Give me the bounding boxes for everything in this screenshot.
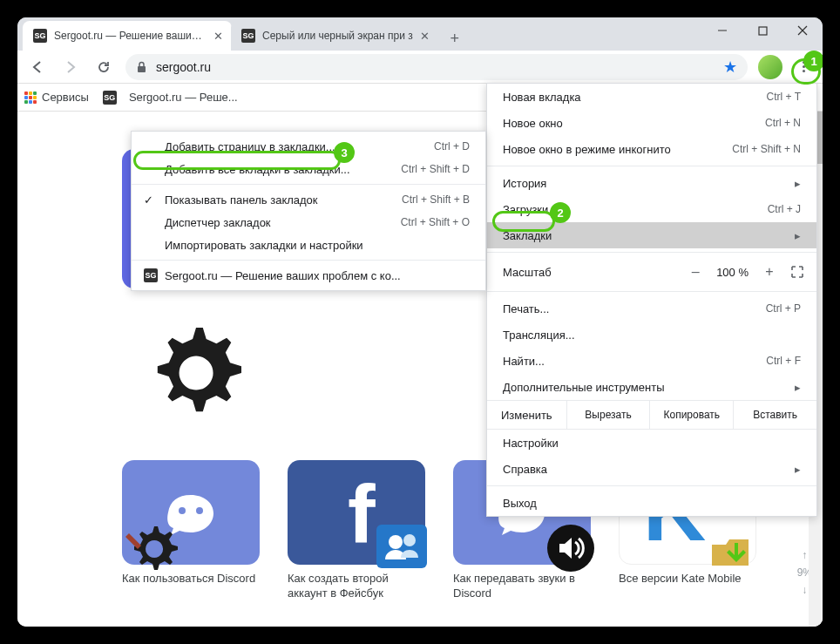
bookmarks-submenu: Добавить страницу в закладки...Ctrl + D … — [131, 131, 486, 291]
submenu-import[interactable]: Импортировать закладки и настройки — [132, 234, 485, 256]
titlebar: SG Sergoot.ru — Решение ваших пр ✕ SG Се… — [17, 17, 823, 51]
edit-label: Изменить — [487, 401, 566, 429]
svg-rect-4 — [138, 66, 146, 72]
tab-active[interactable]: SG Sergoot.ru — Решение ваших пр ✕ — [23, 21, 232, 51]
svg-rect-8 — [376, 525, 427, 568]
tabs-row: SG Sergoot.ru — Решение ваших пр ✕ SG Се… — [17, 17, 467, 51]
maximize-button[interactable] — [742, 17, 782, 44]
menu-item-zoom: Масштаб – 100 % + — [487, 256, 816, 288]
fullscreen-icon[interactable] — [790, 265, 804, 279]
svg-point-5 — [179, 507, 186, 514]
annotation-badge-3: 3 — [334, 142, 355, 163]
svg-point-10 — [403, 534, 416, 546]
favicon: SG — [103, 91, 117, 105]
menu-item-print[interactable]: Печать...Ctrl + P — [487, 295, 816, 322]
gear-icon — [139, 316, 253, 430]
check-icon: ✓ — [144, 193, 153, 207]
menu-edit-row: Изменить Вырезать Копировать Вставить — [487, 400, 816, 430]
svg-text:f: f — [348, 469, 376, 556]
chevron-right-icon: ▸ — [795, 229, 801, 242]
arrow-down-icon[interactable]: ↓ — [802, 584, 807, 596]
apps-icon — [24, 92, 37, 104]
menu-item-settings[interactable]: Настройки — [487, 430, 816, 456]
menu-item-exit[interactable]: Выход — [487, 490, 816, 516]
lock-icon — [136, 61, 147, 73]
tile-label: Все версии Kate Mobile — [619, 572, 756, 586]
apps-shortcut[interactable]: Сервисы — [24, 91, 89, 104]
bookmark-star-icon[interactable]: ★ — [723, 58, 737, 77]
copy-button[interactable]: Копировать — [649, 401, 733, 429]
annotation-badge-2: 2 — [550, 202, 571, 223]
menu-item-find[interactable]: Найти...Ctrl + F — [487, 348, 816, 374]
tile-label: Как пользоваться Discord — [122, 572, 260, 586]
favicon: SG — [144, 268, 158, 282]
close-icon[interactable]: ✕ — [213, 30, 223, 43]
new-tab-button[interactable]: + — [443, 26, 467, 51]
reload-button[interactable] — [89, 54, 119, 80]
submenu-add-all-tabs[interactable]: Добавить все вкладки в закладки...Ctrl +… — [132, 158, 485, 180]
gear-overlay-icon — [124, 519, 185, 572]
zoom-label: Масштаб — [503, 266, 552, 279]
close-button[interactable] — [782, 17, 823, 44]
cut-button[interactable]: Вырезать — [566, 401, 650, 429]
bookmark-label: Sergoot.ru — Реше... — [129, 91, 238, 104]
download-overlay-icon — [708, 531, 752, 571]
url-text: sergoot.ru — [156, 60, 211, 74]
chevron-right-icon: ▸ — [795, 381, 801, 394]
menu-item-new-tab[interactable]: Новая вкладкаCtrl + T — [487, 84, 816, 110]
menu-item-help[interactable]: Справка▸ — [487, 456, 816, 482]
tile-label: Как передавать звуки в Discord — [453, 572, 591, 601]
zoom-value: 100 % — [716, 266, 749, 279]
apps-label: Сервисы — [42, 91, 89, 104]
chevron-right-icon: ▸ — [795, 463, 801, 476]
submenu-manager[interactable]: Диспетчер закладокCtrl + Shift + O — [132, 211, 485, 234]
favicon: SG — [33, 29, 47, 43]
toolbar: sergoot.ru ★ — [17, 51, 823, 84]
menu-item-more-tools[interactable]: Дополнительные инструменты▸ — [487, 374, 816, 400]
browser-window: SG Sergoot.ru — Решение ваших пр ✕ SG Се… — [17, 17, 823, 627]
tab-title: Серый или черный экран при з — [262, 30, 413, 42]
people-overlay-icon — [373, 521, 430, 572]
tile-icon — [122, 460, 260, 565]
menu-item-downloads[interactable]: ЗагрузкиCtrl + J — [487, 196, 816, 222]
menu-item-cast[interactable]: Трансляция... — [487, 322, 816, 348]
tab-title: Sergoot.ru — Решение ваших пр — [54, 30, 207, 42]
address-bar[interactable]: sergoot.ru ★ — [125, 54, 748, 80]
window-controls — [702, 17, 823, 44]
menu-item-new-window[interactable]: Новое окноCtrl + N — [487, 110, 816, 136]
tile-icon: f — [288, 460, 425, 565]
arrow-up-icon[interactable]: ↑ — [802, 549, 807, 561]
minimize-button[interactable] — [702, 17, 742, 44]
annotation-badge-1: 1 — [803, 51, 823, 71]
speaker-overlay-icon — [545, 523, 596, 573]
chevron-right-icon: ▸ — [795, 177, 801, 190]
favicon: SG — [241, 29, 255, 43]
menu-item-bookmarks[interactable]: Закладки▸ — [487, 222, 816, 248]
tab-inactive[interactable]: SG Серый или черный экран при з ✕ — [231, 21, 438, 51]
main-menu: Новая вкладкаCtrl + T Новое окноCtrl + N… — [486, 83, 817, 517]
zoom-in-button[interactable]: + — [761, 264, 778, 280]
bookmark-item[interactable]: SG Sergoot.ru — Реше... — [103, 91, 238, 105]
menu-item-history[interactable]: История▸ — [487, 170, 816, 196]
close-icon[interactable]: ✕ — [420, 30, 430, 43]
forward-button[interactable] — [56, 54, 85, 80]
svg-rect-1 — [759, 27, 767, 35]
tile[interactable]: Как пользоваться Discord — [122, 460, 260, 601]
tile[interactable]: f Как создать второй аккаунт в Фейсбук — [288, 460, 425, 601]
paste-button[interactable]: Вставить — [733, 401, 816, 429]
menu-item-incognito[interactable]: Новое окно в режиме инкогнитоCtrl + Shif… — [487, 136, 816, 162]
svg-point-6 — [196, 507, 203, 514]
profile-avatar[interactable] — [758, 55, 782, 79]
submenu-add-page[interactable]: Добавить страницу в закладки...Ctrl + D — [132, 135, 485, 158]
back-button[interactable] — [23, 54, 52, 80]
submenu-show-bar[interactable]: ✓Показывать панель закладокCtrl + Shift … — [132, 188, 485, 211]
tile-label: Как создать второй аккаунт в Фейсбук — [288, 572, 425, 601]
svg-point-9 — [389, 535, 403, 549]
zoom-out-button[interactable]: – — [687, 264, 704, 280]
submenu-bookmark-item[interactable]: SGSergoot.ru — Решение ваших проблем с к… — [132, 264, 485, 287]
